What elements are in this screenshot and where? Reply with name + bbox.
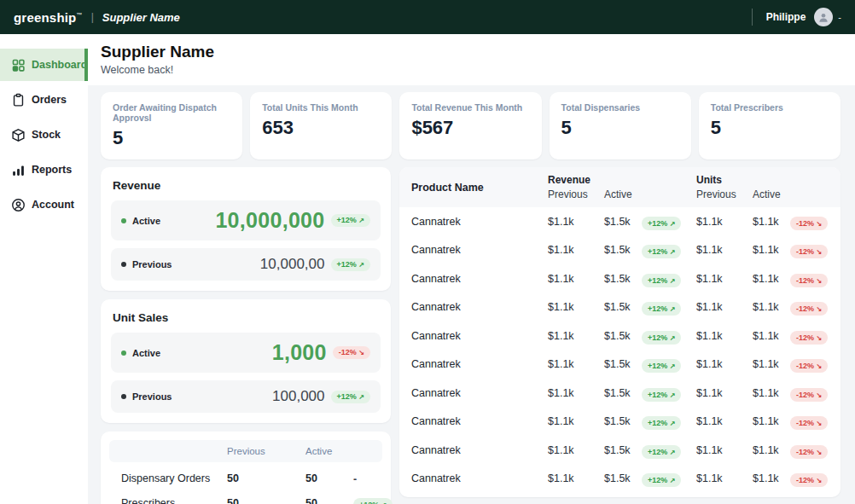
trend-up-icon: ↗ (670, 305, 676, 313)
previous-value: 50 (227, 497, 305, 504)
trend-down-icon: ↘ (817, 477, 823, 484)
metric-label: Active (132, 216, 160, 226)
revenue-previous: $1.1k (548, 387, 604, 399)
trend-down-icon: ↘ (817, 362, 823, 370)
change-cell: - (353, 471, 382, 486)
revenue-active: $1.5k (604, 415, 642, 427)
units-active: $1.1k (753, 387, 790, 399)
units-active: $1.1k (753, 358, 790, 370)
revenue-change-cell: +12% ↗ (642, 414, 696, 429)
units-active: $1.1k (753, 273, 790, 285)
change-badge: -12% ↘ (790, 302, 828, 316)
clipboard-icon (11, 93, 26, 107)
change-badge: -12% ↘ (790, 359, 828, 373)
stat-value: 5 (561, 117, 679, 139)
bar-chart-icon (11, 163, 26, 177)
revenue-active: $1.5k (604, 387, 642, 399)
revenue-previous: $1.1k (548, 216, 604, 228)
sidebar-item-dashboard[interactable]: Dashboard (0, 49, 88, 81)
revenue-change-cell: +12% ↗ (642, 443, 696, 458)
product-table-card: Product Name Revenue Units Previous Acti… (399, 167, 840, 497)
sidebar-item-label: Dashboard (32, 59, 87, 71)
revenue-change-cell: +12% ↗ (642, 299, 696, 315)
change-badge: +12% ↗ (331, 258, 371, 271)
revenue-previous: $1.1k (548, 330, 604, 342)
dashboard-grid-icon (11, 58, 26, 72)
revenue-previous: $1.1k (548, 472, 604, 484)
table-row: Cannatrek$1.1k$1.5k+12% ↗$1.1k$1.1k-12% … (399, 350, 840, 379)
revenue-active: $1.5k (604, 301, 642, 313)
summary-table-card: Previous Active Dispensary Orders5050-Pr… (101, 432, 391, 504)
table-row: Cannatrek$1.1k$1.5k+12% ↗$1.1k$1.1k-12% … (399, 293, 840, 322)
stat-label: Total Units This Month (262, 102, 380, 113)
change-badge: +12% ↗ (642, 217, 681, 230)
units-previous-value: 100,000 (272, 388, 324, 405)
revenue-previous: $1.1k (548, 301, 604, 313)
sidebar-item-orders[interactable]: Orders (0, 84, 88, 116)
units-previous: $1.1k (696, 216, 753, 228)
revenue-active: $1.5k (604, 330, 642, 342)
revenue-change-cell: +12% ↗ (642, 242, 696, 258)
topbar-divider: | (91, 11, 94, 23)
person-icon (817, 11, 829, 23)
previous-dot-icon (121, 394, 126, 399)
revenue-active: $1.5k (604, 444, 642, 456)
stat-card-orders-awaiting: Order Awaiting Dispatch Approvsl 5 (101, 92, 242, 159)
revenue-previous: $1.1k (548, 415, 604, 427)
units-change-cell: -12% ↘ (790, 328, 829, 344)
units-previous: $1.1k (696, 301, 753, 313)
change-badge: -12% ↘ (790, 217, 828, 230)
units-active: $1.1k (753, 444, 790, 456)
revenue-change-cell: +12% ↗ (642, 356, 696, 372)
units-active: $1.1k (753, 301, 790, 313)
units-active: $1.1k (753, 330, 790, 342)
top-bar: greenship™ | Supplier Name Philippe - (0, 0, 855, 34)
trend-up-icon: ↗ (670, 248, 676, 256)
revenue-previous: $1.1k (548, 244, 604, 256)
product-name: Cannatrek (411, 330, 548, 342)
units-active: $1.1k (753, 472, 790, 484)
sidebar-item-stock[interactable]: Stock (0, 119, 88, 151)
metric-label: Previous (132, 259, 172, 269)
table-row: Cannatrek$1.1k$1.5k+12% ↗$1.1k$1.1k-12% … (399, 493, 840, 497)
sidebar-item-label: Orders (32, 94, 67, 106)
metric-label: Active (132, 348, 160, 358)
subheader-revenue-active: Active (604, 188, 642, 200)
revenue-change-cell: +12% ↗ (642, 385, 696, 401)
revenue-previous: $1.1k (548, 444, 604, 456)
change-badge: -12% ↘ (790, 245, 828, 258)
units-previous: $1.1k (696, 244, 753, 256)
units-previous: $1.1k (696, 358, 753, 370)
revenue-active: $1.5k (604, 244, 642, 256)
revenue-active: $1.5k (604, 273, 642, 285)
user-menu[interactable]: Philippe - (752, 8, 841, 26)
units-change-cell: -12% ↘ (790, 356, 829, 372)
sidebar-item-reports[interactable]: Reports (0, 154, 88, 186)
units-change-cell: -12% ↘ (790, 443, 829, 458)
sidebar-item-account[interactable]: Account (0, 188, 88, 221)
product-table-body: Cannatrek$1.1k$1.5k+12% ↗$1.1k$1.1k-12% … (399, 207, 840, 497)
revenue-active: $1.5k (604, 358, 642, 370)
table-row: Cannatrek$1.1k$1.5k+12% ↗$1.1k$1.1k-12% … (399, 408, 840, 437)
trend-down-icon: ↘ (817, 305, 823, 313)
trend-down-icon: ↘ (817, 449, 823, 456)
user-menu-caret[interactable]: - (838, 12, 841, 22)
product-name: Cannatrek (411, 358, 548, 370)
units-active-value: 1,000 (272, 340, 327, 365)
table-row: Cannatrek$1.1k$1.5k+12% ↗$1.1k$1.1k-12% … (399, 264, 840, 293)
units-previous: $1.1k (696, 415, 753, 427)
product-name: Cannatrek (411, 273, 548, 285)
no-change-dash: - (353, 473, 357, 485)
trend-down-icon: ↘ (817, 220, 823, 228)
table-row: Cannatrek$1.1k$1.5k+12% ↗$1.1k$1.1k-12% … (399, 207, 840, 236)
revenue-change-cell: +12% ↗ (642, 214, 696, 229)
avatar[interactable] (814, 8, 833, 26)
page-title: Supplier Name (101, 43, 842, 61)
revenue-previous: $1.1k (548, 273, 604, 285)
trend-up-icon: ↗ (358, 217, 364, 224)
trend-down-icon: ↘ (358, 349, 364, 356)
trend-up-icon: ↗ (670, 477, 676, 484)
trend-up-icon: ↗ (670, 420, 676, 427)
sidebar-item-label: Account (32, 199, 74, 211)
greenship-logo: greenship™ (14, 10, 83, 25)
